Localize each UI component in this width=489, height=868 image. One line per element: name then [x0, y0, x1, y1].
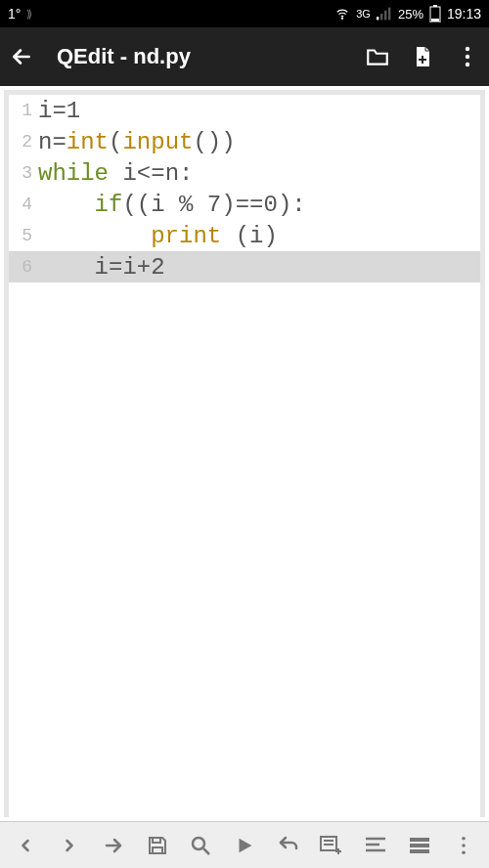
svg-point-31: [462, 850, 466, 854]
code-line[interactable]: 3while i<=n:: [9, 157, 480, 189]
svg-rect-14: [153, 847, 162, 853]
code-content[interactable]: if((i % 7)==0):: [38, 192, 306, 218]
svg-point-11: [466, 55, 469, 59]
format-button[interactable]: [359, 829, 392, 862]
folder-button[interactable]: [364, 43, 391, 70]
prev-button[interactable]: [9, 829, 42, 862]
indent-add-button[interactable]: [315, 829, 348, 862]
line-number: 4: [9, 195, 38, 214]
back-button[interactable]: [8, 43, 35, 70]
code-line[interactable]: 6 i=i+2: [9, 251, 480, 282]
svg-point-0: [342, 18, 343, 19]
overflow-menu-button[interactable]: [454, 43, 481, 70]
code-line[interactable]: 2n=int(input()): [9, 126, 480, 157]
status-bar: 1° ⟫ 3G 25% 19:13: [0, 0, 489, 27]
next-button[interactable]: [53, 829, 86, 862]
code-content[interactable]: while i<=n:: [38, 160, 193, 187]
line-number: 3: [9, 163, 38, 183]
svg-rect-28: [410, 849, 429, 853]
line-number: 5: [9, 226, 38, 245]
line-number: 1: [9, 101, 38, 120]
code-content[interactable]: i=1: [38, 98, 80, 124]
code-content[interactable]: n=int(input()): [38, 129, 236, 155]
line-number: 6: [9, 257, 38, 277]
svg-point-10: [466, 47, 469, 51]
run-button[interactable]: [228, 829, 261, 862]
svg-rect-3: [384, 11, 386, 21]
wifi-icon: [334, 7, 350, 21]
status-forward-icon: ⟫: [26, 8, 32, 21]
svg-line-16: [203, 848, 209, 854]
svg-rect-4: [388, 8, 390, 21]
signal-icon: [377, 7, 392, 21]
svg-marker-17: [239, 838, 251, 852]
svg-rect-7: [431, 19, 439, 22]
svg-point-12: [466, 63, 469, 66]
svg-rect-2: [380, 14, 382, 20]
list-button[interactable]: [403, 829, 436, 862]
svg-rect-9: [419, 59, 426, 61]
new-file-button[interactable]: [409, 43, 436, 70]
goto-button[interactable]: [97, 829, 130, 862]
battery-icon: [429, 5, 441, 22]
battery-percent: 25%: [398, 7, 423, 22]
editor-area[interactable]: 1i=12n=int(input())3while i<=n:4 if((i %…: [4, 90, 485, 817]
svg-point-15: [193, 838, 204, 849]
code-line[interactable]: 1i=1: [9, 95, 480, 126]
code-content[interactable]: i=i+2: [38, 254, 165, 281]
code-content[interactable]: print (i): [38, 223, 278, 249]
svg-point-29: [462, 836, 466, 840]
app-toolbar: QEdit - nd.py: [0, 27, 489, 86]
undo-button[interactable]: [272, 829, 305, 862]
code-line[interactable]: 5 print (i): [9, 220, 480, 251]
save-button[interactable]: [141, 829, 174, 862]
svg-rect-1: [377, 17, 378, 20]
bottom-toolbar: [0, 821, 489, 868]
app-title: QEdit - nd.py: [57, 44, 346, 69]
status-temperature: 1°: [8, 6, 21, 22]
network-type: 3G: [356, 8, 371, 20]
svg-rect-26: [410, 838, 429, 842]
svg-point-30: [462, 844, 466, 847]
svg-rect-27: [410, 844, 429, 847]
svg-rect-13: [153, 838, 160, 843]
code-line[interactable]: 4 if((i % 7)==0):: [9, 189, 480, 220]
status-time: 19:13: [447, 6, 481, 22]
search-button[interactable]: [184, 829, 217, 862]
line-number: 2: [9, 132, 38, 152]
bottom-overflow-button[interactable]: [447, 829, 480, 862]
